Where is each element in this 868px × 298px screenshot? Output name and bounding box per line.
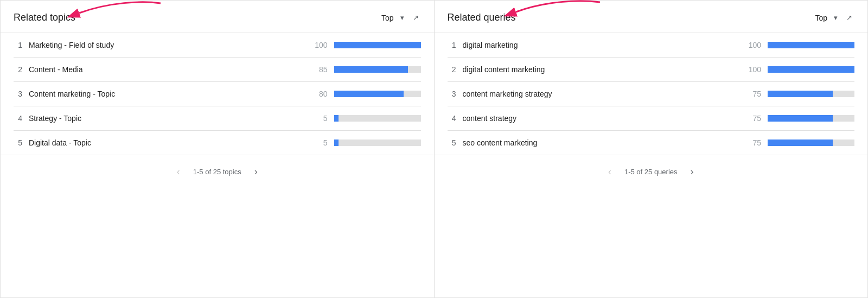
table-row: 2 Content - Media 85 <box>14 58 421 82</box>
next-icon: › <box>254 166 258 177</box>
table-row: 1 Marketing - Field of study 100 <box>14 33 421 58</box>
left-dropdown-button[interactable]: ▾ <box>398 11 406 24</box>
row-number: 4 <box>14 114 22 123</box>
left-panel-header: Related topics Top ▾ ↗ <box>1 1 434 33</box>
bar-fill <box>334 66 408 73</box>
right-data-rows: 1 digital marketing 100 2 digital conten… <box>435 33 868 155</box>
bar-container <box>334 66 421 73</box>
prev-icon: ‹ <box>608 166 611 177</box>
bar-container <box>334 42 421 48</box>
left-share-button[interactable]: ↗ <box>411 11 421 24</box>
right-top-label: Top <box>815 14 827 22</box>
right-header-controls: Top ▾ ↗ <box>815 11 854 24</box>
row-number: 5 <box>448 138 456 147</box>
row-number: 2 <box>14 65 22 74</box>
bar-container <box>768 140 854 146</box>
right-next-button[interactable]: › <box>686 164 698 180</box>
table-row: 3 content marketing strategy 75 <box>448 82 855 106</box>
row-value: 75 <box>742 138 761 147</box>
bar-fill <box>334 140 339 146</box>
bar-fill <box>768 91 833 97</box>
right-prev-button[interactable]: ‹ <box>604 164 616 180</box>
row-value: 75 <box>742 114 761 123</box>
row-number: 3 <box>448 90 456 98</box>
table-row: 4 Strategy - Topic 5 <box>14 106 421 131</box>
row-number: 4 <box>448 114 456 123</box>
row-label: Strategy - Topic <box>29 114 302 123</box>
table-row: 5 Digital data - Topic 5 <box>14 131 421 155</box>
row-value: 75 <box>742 90 761 98</box>
bar-fill <box>334 91 404 97</box>
left-pagination: 1-5 of 25 topics <box>193 168 241 176</box>
row-label: Content - Media <box>29 65 302 74</box>
table-row: 4 content strategy 75 <box>448 106 855 131</box>
left-data-rows: 1 Marketing - Field of study 100 2 Conte… <box>1 33 434 155</box>
row-value: 80 <box>308 90 328 98</box>
row-label: Content marketing - Topic <box>29 90 302 98</box>
left-panel-footer: ‹ 1-5 of 25 topics › <box>1 155 434 188</box>
row-number: 1 <box>448 41 456 49</box>
right-share-button[interactable]: ↗ <box>844 11 854 24</box>
table-row: 3 Content marketing - Topic 80 <box>14 82 421 106</box>
right-panel-header: Related queries Top ▾ ↗ <box>435 1 868 33</box>
row-value: 100 <box>308 41 328 49</box>
chevron-down-icon: ▾ <box>400 14 404 22</box>
bar-container <box>334 140 421 146</box>
bar-container <box>334 115 421 122</box>
row-number: 5 <box>14 138 22 147</box>
bar-fill <box>768 115 833 122</box>
next-icon: › <box>691 166 694 177</box>
table-row: 5 seo content marketing 75 <box>448 131 855 155</box>
share-icon: ↗ <box>413 14 419 22</box>
left-panel-title: Related topics <box>14 12 381 23</box>
bar-container <box>768 115 854 122</box>
share-icon: ↗ <box>846 14 852 22</box>
bar-fill <box>334 42 421 48</box>
prev-icon: ‹ <box>177 166 180 177</box>
related-topics-panel: Related topics Top ▾ ↗ 1 Marketing - Fie… <box>0 0 435 298</box>
table-row: 2 digital content marketing 100 <box>448 58 855 82</box>
main-container: Related topics Top ▾ ↗ 1 Marketing - Fie… <box>0 0 868 298</box>
row-label: seo content marketing <box>463 138 736 147</box>
bar-fill <box>334 115 339 122</box>
bar-container <box>768 66 854 73</box>
right-dropdown-button[interactable]: ▾ <box>832 11 840 24</box>
left-next-button[interactable]: › <box>250 164 262 180</box>
right-panel-footer: ‹ 1-5 of 25 queries › <box>435 155 868 188</box>
bar-container <box>768 91 854 97</box>
row-value: 5 <box>308 114 328 123</box>
left-top-label: Top <box>381 14 394 22</box>
row-value: 100 <box>742 65 761 74</box>
right-panel-title: Related queries <box>448 12 815 23</box>
row-value: 100 <box>742 41 761 49</box>
bar-fill <box>768 42 854 48</box>
row-label: Digital data - Topic <box>29 138 302 147</box>
left-prev-button[interactable]: ‹ <box>173 164 184 180</box>
row-label: content strategy <box>463 114 736 123</box>
row-label: digital marketing <box>463 41 736 49</box>
row-label: digital content marketing <box>463 65 736 74</box>
table-row: 1 digital marketing 100 <box>448 33 855 58</box>
bar-fill <box>768 140 833 146</box>
left-header-controls: Top ▾ ↗ <box>381 11 421 24</box>
row-number: 2 <box>448 65 456 74</box>
row-number: 1 <box>14 41 22 49</box>
row-label: Marketing - Field of study <box>29 41 302 49</box>
row-label: content marketing strategy <box>463 90 736 98</box>
bar-container <box>334 91 421 97</box>
row-number: 3 <box>14 90 22 98</box>
related-queries-panel: Related queries Top ▾ ↗ 1 digital market… <box>435 0 869 298</box>
right-pagination: 1-5 of 25 queries <box>624 168 678 176</box>
row-value: 5 <box>308 138 328 147</box>
bar-fill <box>768 66 854 73</box>
bar-container <box>768 42 854 48</box>
row-value: 85 <box>308 65 328 74</box>
chevron-down-icon: ▾ <box>834 14 838 22</box>
